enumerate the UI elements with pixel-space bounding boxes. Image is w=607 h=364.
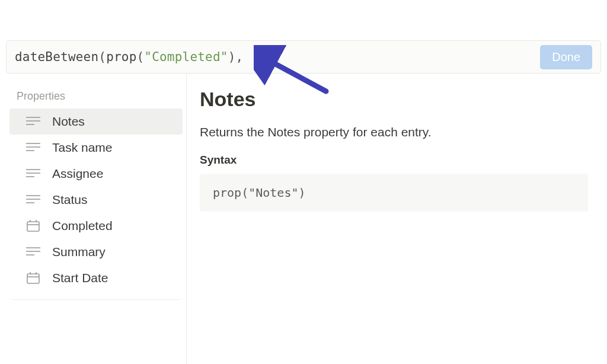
sidebar-item-start-date[interactable]: Start Date xyxy=(9,265,183,291)
editor-body: Properties Notes Task name Assignee xyxy=(6,74,601,364)
text-lines-icon xyxy=(26,142,40,154)
sidebar-item-assignee[interactable]: Assignee xyxy=(9,161,183,187)
sidebar-item-notes[interactable]: Notes xyxy=(9,108,183,135)
text-lines-icon xyxy=(26,116,40,127)
syntax-code-block: prop("Notes") xyxy=(200,174,588,212)
calendar-icon xyxy=(26,220,40,232)
formula-token-paren: ( xyxy=(137,50,145,64)
sidebar-item-label: Start Date xyxy=(52,271,108,285)
sidebar-item-status[interactable]: Status xyxy=(9,187,183,213)
formula-bar[interactable]: dateBetween(prop("Completed"), Done xyxy=(6,40,601,74)
properties-list: Notes Task name Assignee Status xyxy=(6,108,186,291)
formula-token-string: "Completed" xyxy=(144,50,228,64)
syntax-heading: Syntax xyxy=(200,154,588,167)
formula-token-comma: , xyxy=(235,50,243,64)
sidebar-item-label: Task name xyxy=(52,141,113,155)
detail-description: Returns the Notes property for each entr… xyxy=(200,125,588,139)
sidebar-item-label: Assignee xyxy=(52,167,103,181)
formula-token-paren: ) xyxy=(228,50,236,64)
properties-sidebar: Properties Notes Task name Assignee xyxy=(6,74,187,364)
sidebar-item-label: Notes xyxy=(52,114,85,129)
svg-rect-21 xyxy=(27,274,39,283)
property-detail-panel: Notes Returns the Notes property for eac… xyxy=(187,74,601,364)
svg-rect-14 xyxy=(27,222,39,231)
sidebar-item-task-name[interactable]: Task name xyxy=(9,135,183,161)
properties-heading: Properties xyxy=(6,85,186,108)
detail-title: Notes xyxy=(200,88,588,111)
calendar-icon xyxy=(26,272,40,284)
formula-token-fn: dateBetween xyxy=(15,50,98,64)
sidebar-item-summary[interactable]: Summary xyxy=(9,239,183,265)
text-lines-icon xyxy=(26,246,40,258)
sidebar-item-label: Summary xyxy=(52,245,106,259)
sidebar-item-completed[interactable]: Completed xyxy=(9,213,183,239)
sidebar-item-label: Completed xyxy=(52,219,113,233)
text-lines-icon xyxy=(26,194,40,206)
formula-input[interactable]: dateBetween(prop("Completed"), xyxy=(15,50,540,64)
formula-token-paren: ( xyxy=(98,50,106,64)
formula-token-propfn: prop xyxy=(106,50,136,64)
text-lines-icon xyxy=(26,168,40,180)
done-button[interactable]: Done xyxy=(540,45,592,69)
sidebar-item-label: Status xyxy=(52,193,88,207)
sidebar-divider xyxy=(12,299,180,300)
